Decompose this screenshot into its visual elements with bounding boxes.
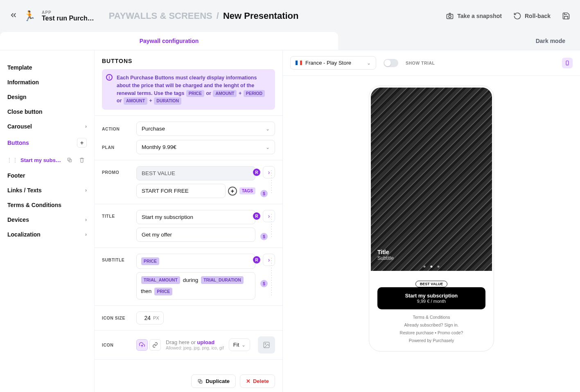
- r-badge: R: [253, 169, 260, 176]
- sidebar-sub-label: Start my subsc…: [20, 157, 62, 163]
- show-trial-toggle[interactable]: [384, 59, 398, 67]
- drag-handle-icon[interactable]: ⋮⋮: [7, 157, 18, 163]
- upload-cloud-button[interactable]: [136, 339, 148, 351]
- duplicate-button[interactable]: Duplicate: [191, 374, 236, 388]
- title-input-1[interactable]: Start my subscription: [136, 210, 255, 224]
- label-title: TITLE: [102, 210, 131, 219]
- app-eyebrow: APP: [42, 10, 94, 15]
- promo-input-2[interactable]: START FOR FREE: [136, 184, 226, 198]
- sidebar-item-links-texts[interactable]: Links / Texts›: [5, 183, 89, 198]
- drag-drop-zone[interactable]: Drag here or upload Allowed: jpeg, jpg, …: [166, 339, 224, 350]
- sidebar-item-template[interactable]: Template: [5, 60, 89, 75]
- icon-size-value[interactable]: 24: [141, 315, 151, 321]
- sidebar-item-localization[interactable]: Localization›: [5, 227, 89, 242]
- svg-rect-0: [447, 14, 453, 19]
- section-promo: PROMO BEST VALUE START FOR FREE + TAGS R…: [95, 160, 282, 204]
- sidebar-sub-item[interactable]: ⋮⋮ Start my subsc…: [5, 152, 89, 168]
- chevron-right-icon: ›: [85, 124, 87, 129]
- sidebar-item-footer[interactable]: Footer: [5, 168, 89, 183]
- section-subtitle: SUBTITLE PRICE TRIAL_AMOUNT during TRIAL…: [95, 248, 282, 305]
- preview-toolbar: France - Play Store ⌄ SHOW TRIAL: [283, 50, 580, 76]
- sidebar-item-close-button[interactable]: Close button: [5, 104, 89, 119]
- editor-panel: BUTTONS i Each Purchase Buttons must cle…: [95, 50, 283, 392]
- cta-button[interactable]: Start my subscription 9,99 € / month: [377, 287, 485, 309]
- plan-select[interactable]: Monthly 9.99€ ⌄: [136, 140, 275, 154]
- link-restore-promo[interactable]: Restore purchase • Promo code?: [400, 329, 463, 337]
- sidebar-item-carousel[interactable]: Carousel›: [5, 119, 89, 134]
- title-input-2[interactable]: Get my offer: [136, 228, 255, 242]
- link-signin[interactable]: Already subscribed? Sign in.: [400, 321, 463, 329]
- breadcrumb: PAYWALLS & SCREENS / New Presentation: [109, 11, 299, 21]
- sidebar-item-devices[interactable]: Devices›: [5, 212, 89, 227]
- show-trial-label: SHOW TRIAL: [406, 61, 435, 65]
- phone-footer-links: Terms & Conditions Already subscribed? S…: [400, 313, 463, 345]
- tab-dark-mode[interactable]: Dark mode: [521, 38, 580, 44]
- header: 🏃 APP Test run Purch… PAYWALLS & SCREENS…: [0, 0, 580, 32]
- chevron-right-icon: ›: [85, 217, 87, 223]
- sidebar-item-buttons[interactable]: Buttons+: [5, 134, 89, 152]
- expand-button[interactable]: ›: [263, 210, 275, 222]
- phone-hero: Title Subtitle: [371, 88, 492, 271]
- subtitle-input-1[interactable]: PRICE: [136, 254, 255, 269]
- section-action-plan: ACTION Purchase ⌄ PLAN Monthly 9.99€ ⌄: [95, 115, 282, 160]
- link-button[interactable]: [149, 339, 161, 351]
- save-button[interactable]: [562, 12, 570, 20]
- icon-size-unit: PX: [153, 315, 159, 320]
- sidebar-item-terms[interactable]: Terms & Conditions: [5, 198, 89, 212]
- action-select[interactable]: Purchase ⌄: [136, 122, 275, 136]
- image-preview-placeholder: [258, 336, 275, 354]
- svg-point-5: [265, 343, 266, 344]
- take-snapshot-button[interactable]: Take a snapshot: [446, 12, 502, 20]
- subtitle-input-2[interactable]: TRIAL_AMOUNT during TRIAL_DURATION then …: [136, 272, 255, 300]
- sidebar: Template Information Design Close button…: [0, 50, 95, 392]
- label-action: ACTION: [102, 126, 131, 131]
- collapse-sidebar-icon[interactable]: [10, 11, 17, 21]
- locale-select[interactable]: France - Play Store ⌄: [290, 56, 376, 70]
- section-icon: ICON Drag here or upload Allowed: jpeg, …: [95, 330, 282, 360]
- device-preview-button[interactable]: [562, 58, 573, 68]
- breadcrumb-current: New Presentation: [223, 11, 299, 21]
- sidebar-item-design[interactable]: Design: [5, 90, 89, 104]
- preview-stage: Title Subtitle BEST VALUE Start my subsc…: [283, 76, 580, 392]
- editor-footer-actions: Duplicate ✕ Delete: [191, 374, 275, 388]
- app-info: APP Test run Purch…: [42, 10, 94, 22]
- promo-input-1[interactable]: BEST VALUE: [136, 166, 255, 180]
- label-promo: PROMO: [102, 166, 131, 175]
- r-badge: R: [253, 212, 260, 220]
- link-powered-by: Powered by Purchasely: [400, 337, 463, 345]
- s-badge: $: [260, 190, 268, 197]
- add-button-icon[interactable]: +: [77, 138, 87, 148]
- chevron-down-icon: ⌄: [367, 60, 371, 66]
- app-logo-icon: 🏃: [23, 9, 36, 23]
- phone-preview: Title Subtitle BEST VALUE Start my subsc…: [369, 86, 494, 351]
- expand-button[interactable]: ›: [263, 166, 275, 178]
- chevron-down-icon: ⌄: [266, 144, 270, 150]
- info-box: i Each Purchase Buttons must clearly dis…: [102, 69, 275, 110]
- label-icon-size: ICON SIZE: [102, 315, 131, 320]
- label-subtitle: SUBTITLE: [102, 254, 131, 262]
- info-icon: i: [106, 74, 113, 81]
- svg-point-1: [449, 15, 451, 18]
- link-terms[interactable]: Terms & Conditions: [400, 313, 463, 321]
- delete-button[interactable]: ✕ Delete: [240, 374, 275, 388]
- sidebar-item-information[interactable]: Information: [5, 75, 89, 90]
- trash-icon[interactable]: [77, 155, 87, 165]
- rollback-button[interactable]: Roll-back: [513, 12, 551, 20]
- s-badge: $: [260, 233, 268, 240]
- fit-select[interactable]: Fit ⌄: [229, 338, 250, 351]
- tab-paywall-config[interactable]: Paywall configuration: [0, 32, 338, 50]
- section-icon-size: ICON SIZE 24 PX: [95, 305, 282, 330]
- breadcrumb-root[interactable]: PAYWALLS & SCREENS: [109, 11, 212, 21]
- expand-button[interactable]: ›: [263, 254, 275, 266]
- s-badge: $: [260, 280, 268, 287]
- add-tag-button[interactable]: +: [228, 187, 237, 196]
- rollback-label: Roll-back: [525, 13, 551, 19]
- hero-title: Title: [377, 249, 394, 255]
- copy-icon[interactable]: [65, 155, 74, 165]
- editor-heading: BUTTONS: [95, 50, 282, 69]
- tabs-bar: Paywall configuration Dark mode: [0, 32, 580, 50]
- chevron-down-icon: ⌄: [266, 126, 270, 132]
- hero-subtitle: Subtitle: [377, 255, 394, 261]
- carousel-dots: [424, 266, 440, 268]
- app-title: Test run Purch…: [42, 15, 94, 22]
